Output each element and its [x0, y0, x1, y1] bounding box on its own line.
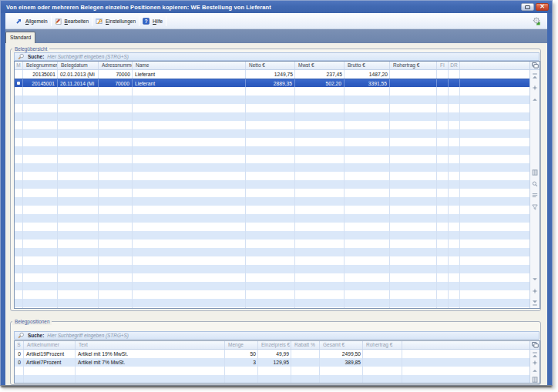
cell-ges: 2499,50: [320, 350, 363, 358]
scroll-up-icon[interactable]: [532, 367, 538, 374]
cell-text: Artikel mit 7% MwSt.: [76, 358, 225, 367]
grid-line: [132, 70, 133, 308]
svg-text:?: ?: [145, 18, 148, 23]
column-header-art[interactable]: Artikelnummer: [24, 341, 76, 349]
toolbar-button-allgemein[interactable]: Allgemein: [13, 15, 50, 28]
toolbar-button-einstellungen[interactable]: Einstellungen: [93, 15, 138, 28]
title-bar[interactable]: Von einem oder mehreren Belegen einzelne…: [1, 1, 552, 13]
column-header-menge[interactable]: Menge: [225, 341, 258, 349]
help-question-icon: ?: [143, 18, 150, 25]
grid-options-button[interactable]: [530, 341, 540, 350]
cell-nr: 20135001: [23, 70, 58, 79]
column-header-roh[interactable]: Rohertrag €: [363, 341, 402, 349]
column-header-fi[interactable]: FI: [437, 62, 449, 69]
cell-text: Artikel mit 19% MwSt.: [76, 350, 225, 358]
column-header-dat[interactable]: Belegdatum: [58, 62, 99, 69]
cell-brutto: 1487,20: [345, 70, 390, 79]
column-header-brutto[interactable]: Brutto €: [345, 62, 390, 69]
grid-line: [459, 70, 460, 308]
navigate-diamond-icon[interactable]: [532, 288, 538, 294]
column-header-ep[interactable]: Einzelpreis €: [258, 341, 291, 349]
grid-line: [448, 70, 449, 308]
scroll-top-icon[interactable]: [532, 73, 538, 79]
cell-adr: 70000: [99, 70, 133, 79]
column-header-roh[interactable]: Rohertrag €: [390, 62, 437, 69]
column-header-m[interactable]: M: [15, 62, 23, 69]
search-small-icon[interactable]: [532, 181, 538, 187]
column-header-name[interactable]: Name: [133, 62, 246, 69]
navigate-diamond-icon[interactable]: [532, 85, 538, 91]
documents-rows: 2013500102.01.2013 (Mi70000Lieferant1249…: [15, 70, 529, 308]
column-header-dr[interactable]: DR: [449, 62, 460, 69]
table-row[interactable]: 2013500102.01.2013 (Mi70000Lieferant1249…: [15, 70, 529, 79]
gear-refresh-icon[interactable]: [533, 17, 541, 25]
cell-filler: [460, 79, 529, 87]
cell-netto: 1249,75: [246, 70, 295, 79]
grid-line: [22, 70, 23, 308]
search-icon: [18, 53, 25, 60]
table-header: SArtikelnummerTextMengeEinzelpreis €Raba…: [15, 341, 529, 350]
navigate-diamond-icon[interactable]: [532, 360, 538, 366]
scroll-down-icon[interactable]: [532, 276, 538, 283]
cell-roh: [390, 79, 437, 87]
column-header-text[interactable]: Text: [76, 341, 225, 349]
columns-icon[interactable]: [532, 169, 538, 176]
text-lines-icon[interactable]: [532, 193, 538, 199]
scroll-top-icon[interactable]: [532, 352, 538, 358]
toolbar-button-hilfe[interactable]: ?Hilfe: [140, 15, 165, 28]
cell-dr: [449, 79, 460, 87]
documents-grid: MBelegnummerBelegdatumAdressnummerNameNe…: [15, 62, 529, 308]
cell-dr: [449, 70, 460, 79]
cell-filler: [460, 70, 529, 79]
notepad-edit-icon: [55, 18, 62, 25]
tab-standard[interactable]: Standard: [5, 32, 35, 43]
grid-line: [98, 70, 99, 308]
grid-line: [344, 70, 345, 308]
toolbar-button-label: Hilfe: [153, 18, 163, 25]
cell-dat: 02.01.2013 (Mi: [58, 70, 99, 79]
table-row[interactable]: 0Artikel7ProzentArtikel mit 7% MwSt.3129…: [15, 358, 529, 367]
column-header-ges[interactable]: Gesamt €: [320, 341, 363, 349]
cell-ep: 49,99: [258, 350, 291, 358]
window-wrench-icon: [96, 18, 103, 25]
columns-icon[interactable]: [532, 377, 538, 383]
cell-name: Lieferant: [133, 70, 246, 79]
cell-filler: [402, 350, 529, 358]
grid-options-button[interactable]: [530, 62, 540, 70]
group-belegübersicht: Belegübersicht Suche: Hier Suchbegriff e…: [10, 49, 541, 311]
column-header-adr[interactable]: Adressnummer: [99, 62, 133, 69]
column-header-s[interactable]: S: [15, 341, 24, 349]
current-row-marker: [17, 82, 20, 85]
column-header-rab[interactable]: Rabatt %: [291, 341, 320, 349]
search-input[interactable]: Suche: Hier Suchbegriff eingeben (STRG+S…: [14, 52, 540, 61]
column-header-mwst[interactable]: Mwst €: [295, 62, 345, 69]
cell-adr: 70000: [99, 79, 133, 87]
grid-sidebar: [529, 62, 540, 308]
toolbar-separator: [166, 16, 166, 26]
cell-netto: 2889,35: [246, 79, 295, 87]
scroll-bottom-icon[interactable]: [532, 300, 538, 306]
cell-m: [15, 79, 23, 87]
cell-m: [15, 70, 23, 79]
grid-line: [294, 70, 295, 308]
search-input[interactable]: Suche: Hier Suchbegriff eingeben (STRG+S…: [14, 331, 540, 340]
group-belegpositionen: Belegpositionen Suche: Hier Suchbegriff …: [10, 321, 541, 385]
restore-icon: [525, 5, 530, 9]
close-icon: ✕: [540, 4, 545, 10]
filter-icon[interactable]: [532, 204, 538, 210]
scroll-up-icon[interactable]: [532, 96, 538, 102]
toolbar-button-bearbeiten[interactable]: Bearbeiten: [52, 15, 91, 28]
cell-menge: 50: [225, 350, 258, 358]
table-row-selected[interactable]: 2014500126.11.2014 (Mi70000Lieferant2889…: [15, 79, 529, 87]
toolbar-button-label: Einstellungen: [106, 18, 136, 25]
column-header-nr[interactable]: Belegnummer: [23, 62, 58, 69]
close-button[interactable]: ✕: [536, 3, 549, 11]
cell-nr: 20145001: [23, 79, 58, 87]
column-header-netto[interactable]: Netto €: [246, 62, 295, 69]
search-placeholder: Hier Suchbegriff eingeben (STRG+S): [47, 332, 129, 340]
table-row[interactable]: 0Artikel19ProzentArtikel mit 19% MwSt.50…: [15, 350, 529, 358]
cell-ep: 129,95: [258, 358, 291, 367]
maximize-restore-button[interactable]: [521, 3, 534, 11]
sidebar-group-middle: [532, 169, 538, 210]
client-area: AllgemeinBearbeitenEinstellungen?Hilfe S…: [5, 13, 547, 385]
